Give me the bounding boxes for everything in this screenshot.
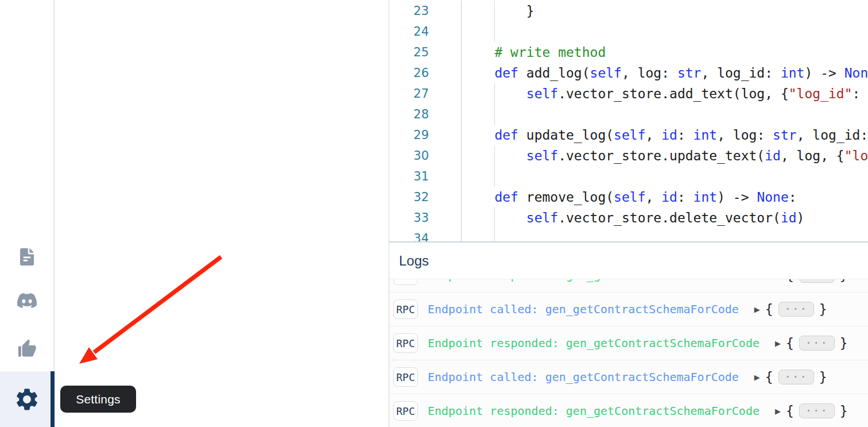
code-text <box>462 21 463 42</box>
code-text <box>462 166 463 187</box>
code-line: 29 def update_log(self, id: int, log: st… <box>389 125 868 145</box>
logs-panel: Logs RPCEndpoint responded: gen_getContr… <box>389 241 868 427</box>
code-text: def update_log(self, id: int, log: str, … <box>462 125 868 145</box>
code-text <box>462 228 463 241</box>
line-number: 34 <box>389 228 462 241</box>
line-number: 28 <box>389 104 462 125</box>
ellipsis-expand-button[interactable]: ··· <box>778 370 814 384</box>
code-line: 32 def remove_log(self, id: int) -> None… <box>389 187 868 207</box>
close-brace: } <box>840 336 848 351</box>
sidebar-item-discord[interactable] <box>0 279 53 322</box>
sidebar-item-settings-active <box>0 371 55 427</box>
expand-triangle-icon[interactable]: ▶ <box>775 340 781 347</box>
logs-header: Logs <box>389 243 868 279</box>
sidebar-item-feedback[interactable] <box>0 327 53 371</box>
log-row[interactable]: RPCEndpoint called: gen_getContractSchem… <box>389 360 868 394</box>
app-window: Settings 23 }2425 # write method26 def a… <box>0 0 868 427</box>
code-line: 28 <box>389 104 868 125</box>
log-message: Endpoint responded: gen_getContractSchem… <box>428 404 760 418</box>
ellipsis-dots: ··· <box>785 370 808 383</box>
ellipsis-expand-button[interactable]: ··· <box>799 403 835 418</box>
code-text: self.vector_store.add_text(log, {"log_id… <box>462 83 868 104</box>
sidebar-item-settings[interactable] <box>0 371 53 427</box>
code-line: 26 def add_log(self, log: str, log_id: i… <box>389 63 868 83</box>
log-message: Endpoint responded: gen_getContractSchem… <box>428 279 760 282</box>
open-brace: { <box>765 302 773 317</box>
expand-triangle-icon[interactable]: ▶ <box>754 374 760 381</box>
code-text: # write method <box>462 42 606 63</box>
open-brace: { <box>786 279 794 283</box>
logs-title: Logs <box>399 253 429 269</box>
rpc-badge: RPC <box>393 367 418 387</box>
close-brace: } <box>840 403 848 418</box>
code-line: 30 self.vector_store.update_text(id, log… <box>389 145 868 166</box>
log-row[interactable]: RPCEndpoint responded: gen_getContractSc… <box>389 279 868 293</box>
ellipsis-expand-button[interactable]: ··· <box>778 302 814 317</box>
gear-icon <box>14 386 40 413</box>
line-number: 26 <box>389 63 462 83</box>
code-text <box>462 104 463 125</box>
rpc-badge: RPC <box>393 279 418 285</box>
ellipsis-dots: ··· <box>805 336 828 349</box>
code-text: def add_log(self, log: str, log_id: int)… <box>462 63 868 83</box>
code-line: 23 } <box>389 1 868 21</box>
line-number: 31 <box>389 166 462 187</box>
code-line: 33 self.vector_store.delete_vector(id) <box>389 207 868 228</box>
line-number: 32 <box>389 187 462 207</box>
thumbs-up-icon <box>16 338 38 359</box>
code-text: self.vector_store.delete_vector(id) <box>462 207 804 228</box>
log-message: Endpoint called: gen_getContractSchemaFo… <box>428 302 739 316</box>
line-number: 25 <box>389 42 462 63</box>
close-brace: } <box>819 370 827 384</box>
document-icon <box>17 245 37 268</box>
log-row[interactable]: RPCEndpoint called: gen_getContractSchem… <box>389 293 868 326</box>
ellipsis-dots: ··· <box>805 404 828 417</box>
log-object-preview: ▶{···} <box>775 336 848 351</box>
open-brace: { <box>786 403 794 418</box>
code-editor[interactable]: 23 }2425 # write method26 def add_log(se… <box>389 0 868 241</box>
log-object-preview: ▶{···} <box>754 302 827 317</box>
log-object-preview: ▶{···} <box>754 370 827 384</box>
code-line: 25 # write method <box>389 42 868 63</box>
line-number: 30 <box>389 145 462 166</box>
expand-triangle-icon[interactable]: ▶ <box>754 306 760 313</box>
code-text: def remove_log(self, id: int) -> None: <box>462 187 797 207</box>
close-brace: } <box>819 302 827 317</box>
logs-list[interactable]: RPCEndpoint responded: gen_getContractSc… <box>389 279 868 427</box>
log-row[interactable]: RPCEndpoint responded: gen_getContractSc… <box>389 326 868 360</box>
code-line: 27 self.vector_store.add_text(log, {"log… <box>389 83 868 104</box>
log-message: Endpoint responded: gen_getContractSchem… <box>428 336 760 350</box>
open-brace: { <box>786 336 794 351</box>
line-number: 33 <box>389 207 462 228</box>
line-number: 24 <box>389 21 462 42</box>
settings-tooltip: Settings <box>60 386 136 413</box>
code-line: 31 <box>389 166 868 187</box>
ellipsis-expand-button[interactable]: ··· <box>799 336 835 351</box>
ellipsis-dots: ··· <box>805 279 828 281</box>
ellipsis-dots: ··· <box>785 302 808 315</box>
icon-sidebar <box>0 0 55 427</box>
line-number: 27 <box>389 83 462 104</box>
log-message: Endpoint called: gen_getContractSchemaFo… <box>428 370 739 384</box>
rpc-badge: RPC <box>393 401 418 421</box>
discord-icon <box>15 291 39 310</box>
code-text: self.vector_store.update_text(id, log, {… <box>462 145 868 166</box>
log-object-preview: ▶{···} <box>775 403 848 418</box>
rpc-badge: RPC <box>393 299 418 319</box>
code-line: 24 <box>389 21 868 42</box>
expand-triangle-icon[interactable]: ▶ <box>775 407 781 415</box>
editor-and-logs-panel: 23 }2425 # write method26 def add_log(se… <box>389 0 868 427</box>
code-line: 34 <box>389 228 868 241</box>
line-number: 23 <box>389 1 462 21</box>
open-brace: { <box>765 370 773 384</box>
log-row[interactable]: RPCEndpoint responded: gen_getContractSc… <box>389 394 868 427</box>
line-number: 29 <box>389 125 462 145</box>
settings-tooltip-label: Settings <box>76 393 120 406</box>
sidebar-item-docs[interactable] <box>0 235 53 279</box>
ellipsis-expand-button[interactable]: ··· <box>799 279 835 283</box>
log-object-preview: ▶{···} <box>775 279 848 283</box>
close-brace: } <box>840 279 848 283</box>
expand-triangle-icon[interactable]: ▶ <box>775 279 781 279</box>
rpc-badge: RPC <box>393 333 418 353</box>
code-text: } <box>462 1 534 21</box>
